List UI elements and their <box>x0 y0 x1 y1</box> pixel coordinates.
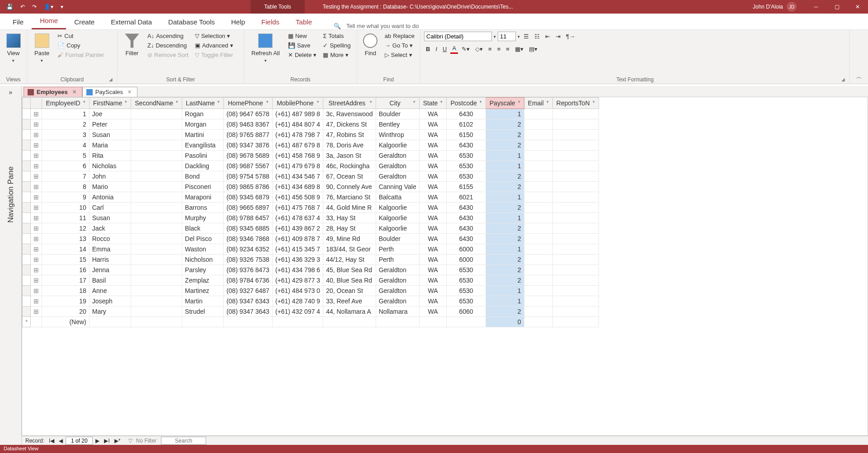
highlight-button[interactable]: ✎▾ <box>460 44 472 54</box>
cell-secondname[interactable] <box>131 265 182 275</box>
cell-mobilephone[interactable]: (+61) 434 689 8 <box>272 182 323 192</box>
cell-firstname[interactable]: Nicholas <box>89 161 131 171</box>
table-row[interactable]: ⊞ 2 Peter Morgan (08) 9463 8367 (+61) 48… <box>23 119 599 130</box>
cell-employeeid[interactable]: 9 <box>42 192 89 203</box>
cell-secondname[interactable] <box>131 234 182 244</box>
toggle-filter-button[interactable]: ▽ Toggle Filter <box>193 51 235 59</box>
selection-button[interactable]: ▽ Selection ▾ <box>193 32 235 40</box>
cell-email[interactable] <box>524 286 552 296</box>
expand-icon[interactable]: ⊞ <box>31 286 42 296</box>
cell-postcode[interactable]: 6155 <box>447 182 486 192</box>
cell-lastname[interactable]: Martin <box>182 296 224 307</box>
expand-icon[interactable]: ⊞ <box>31 119 42 130</box>
ltr-icon[interactable]: ¶→ <box>564 32 577 41</box>
cell-homephone[interactable]: (08) 9865 8786 <box>223 182 272 192</box>
cell-email[interactable] <box>524 265 552 275</box>
cell-employeeid[interactable]: 18 <box>42 286 89 296</box>
cell-streetaddress[interactable]: 33, Hay St <box>323 213 376 223</box>
cell-reportsto[interactable] <box>552 286 599 296</box>
cell-city[interactable]: Nollamara <box>376 307 419 317</box>
cell-reportsto[interactable] <box>552 171 599 182</box>
cell-reportsto[interactable] <box>552 234 599 244</box>
column-header-employeeid[interactable]: EmployeeID▾ <box>42 98 89 109</box>
cell-homephone[interactable]: (08) 9347 3876 <box>223 140 272 151</box>
cell-secondname[interactable] <box>131 171 182 182</box>
cell-postcode[interactable]: 6430 <box>447 234 486 244</box>
cell-employeeid[interactable]: 2 <box>42 119 89 130</box>
cell-secondname[interactable] <box>131 161 182 171</box>
cell-email[interactable] <box>524 244 552 255</box>
fill-color-button[interactable]: ◇▾ <box>473 44 485 54</box>
cell-homephone[interactable]: (08) 9345 6879 <box>223 192 272 203</box>
cell-employeeid[interactable]: 17 <box>42 275 89 286</box>
cell-firstname[interactable]: Rocco <box>89 234 131 244</box>
cut-button[interactable]: ✂ Cut <box>56 32 106 40</box>
cell-firstname[interactable]: Harris <box>89 255 131 265</box>
cell-payscale[interactable]: 2 <box>486 234 524 244</box>
cell-firstname[interactable]: Jack <box>89 223 131 234</box>
column-dropdown-icon[interactable]: ▾ <box>370 99 372 104</box>
cell-city[interactable]: Balcatta <box>376 192 419 203</box>
refresh-all-button[interactable]: Refresh All▾ <box>248 32 283 65</box>
table-row[interactable]: ⊞ 9 Antonia Maraponi (08) 9345 6879 (+61… <box>23 192 599 203</box>
align-left-icon[interactable]: ≡ <box>486 44 494 54</box>
cell-employeeid[interactable]: 3 <box>42 130 89 140</box>
row-selector[interactable] <box>23 286 31 296</box>
font-size-input[interactable] <box>498 32 516 41</box>
cell-employeeid[interactable]: 7 <box>42 171 89 182</box>
cell-state[interactable]: WA <box>419 171 447 182</box>
cell-employeeid[interactable]: 11 <box>42 213 89 223</box>
find-button[interactable]: Find <box>361 32 380 58</box>
cell-secondname[interactable] <box>131 255 182 265</box>
expand-icon[interactable]: ⊞ <box>31 130 42 140</box>
new-record-button[interactable]: ▦ New <box>286 32 319 40</box>
record-position-input[interactable] <box>66 437 93 445</box>
cell-streetaddress[interactable]: 44, Gold Mine R <box>323 203 376 213</box>
cell-payscale[interactable]: 1 <box>486 286 524 296</box>
cell-state[interactable]: WA <box>419 286 447 296</box>
cell-secondname[interactable] <box>131 223 182 234</box>
row-selector[interactable] <box>23 119 31 130</box>
row-selector[interactable] <box>23 171 31 182</box>
expand-icon[interactable]: ⊞ <box>31 182 42 192</box>
cell-firstname[interactable]: Antonia <box>89 192 131 203</box>
cell-email[interactable] <box>524 296 552 307</box>
cell-mobilephone[interactable]: (+61) 484 807 4 <box>272 119 323 130</box>
goto-button[interactable]: → Go To ▾ <box>383 41 416 50</box>
font-color-button[interactable]: A <box>450 44 458 54</box>
column-dropdown-icon[interactable]: ▾ <box>547 99 549 104</box>
cell-streetaddress[interactable]: 183/44, St Geor <box>323 244 376 255</box>
cell-postcode[interactable]: 6530 <box>447 275 486 286</box>
tab-help[interactable]: Help <box>223 14 253 29</box>
cell-payscale[interactable]: 2 <box>486 307 524 317</box>
cell-lastname[interactable]: Bond <box>182 171 224 182</box>
cell-secondname[interactable] <box>131 244 182 255</box>
cell-email[interactable] <box>524 203 552 213</box>
select-all[interactable] <box>23 98 31 109</box>
cell-employeeid[interactable]: 12 <box>42 223 89 234</box>
collapse-ribbon-icon[interactable]: ︿ <box>856 73 862 81</box>
tab-database-tools[interactable]: Database Tools <box>160 14 223 29</box>
cell-email[interactable] <box>524 234 552 244</box>
table-row[interactable]: ⊞ 17 Basil Zemplaz (08) 9784 6736 (+61) … <box>23 275 599 286</box>
expand-icon[interactable]: ⊞ <box>31 213 42 223</box>
cell-payscale[interactable]: 2 <box>486 203 524 213</box>
cell-mobilephone[interactable]: (+61) 484 973 0 <box>272 286 323 296</box>
column-header-email[interactable]: Email▾ <box>524 98 552 109</box>
cell-firstname[interactable]: Susan <box>89 213 131 223</box>
prev-record-button[interactable]: ◀ <box>57 438 65 444</box>
column-header-state[interactable]: State▾ <box>419 98 447 109</box>
row-selector[interactable] <box>23 130 31 140</box>
cell-lastname[interactable]: Martini <box>182 130 224 140</box>
column-header-firstname[interactable]: FirstName▾ <box>89 98 131 109</box>
cell-city[interactable]: Winthrop <box>376 130 419 140</box>
cell-secondname[interactable] <box>131 182 182 192</box>
tab-external-data[interactable]: External Data <box>103 14 160 29</box>
cell-payscale[interactable]: 1 <box>486 296 524 307</box>
cell-reportsto[interactable] <box>552 192 599 203</box>
cell-firstname[interactable]: Maria <box>89 140 131 151</box>
cell-state[interactable]: WA <box>419 213 447 223</box>
cell-secondname[interactable] <box>131 275 182 286</box>
row-selector[interactable] <box>23 244 31 255</box>
cell-streetaddress[interactable]: 28, Hay St <box>323 223 376 234</box>
